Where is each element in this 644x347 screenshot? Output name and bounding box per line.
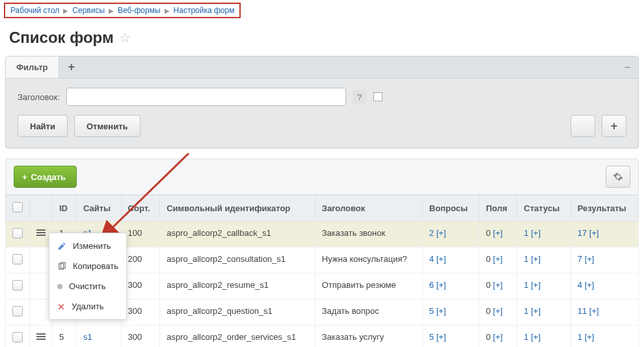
cancel-button[interactable]: Отменить — [74, 115, 141, 137]
add-status-link[interactable]: [+] — [531, 280, 541, 290]
menu-clear[interactable]: Очистить — [49, 276, 126, 296]
crumb-services[interactable]: Сервисы — [72, 6, 105, 15]
menu-edit[interactable]: Изменить — [49, 236, 126, 256]
row-checkbox[interactable] — [12, 280, 23, 290]
results-link[interactable]: 17 — [578, 228, 587, 238]
add-status-link[interactable]: [+] — [531, 332, 541, 342]
menu-clear-label: Очистить — [69, 281, 106, 291]
select-all-checkbox[interactable] — [12, 202, 23, 212]
menu-edit-label: Изменить — [73, 241, 111, 251]
chevron-right-icon: ▶ — [109, 7, 114, 14]
col-statuses[interactable]: Статусы — [517, 196, 570, 222]
tab-filter[interactable]: Фильтр — [6, 57, 59, 78]
cell-questions: 2 [+] — [422, 222, 479, 248]
add-question-link[interactable]: [+] — [436, 254, 446, 264]
cell-sid: aspro_allcorp2_resume_s1 — [160, 274, 315, 300]
create-label: Создать — [31, 172, 66, 182]
add-result-link[interactable]: [+] — [585, 332, 595, 342]
add-question-link[interactable]: [+] — [436, 332, 446, 342]
add-field-link[interactable]: [+] — [493, 228, 503, 238]
menu-copy[interactable]: Копировать — [49, 256, 126, 276]
add-field-link[interactable]: [+] — [493, 332, 503, 342]
add-question-link[interactable]: [+] — [436, 280, 446, 290]
add-field-link[interactable]: [+] — [493, 280, 503, 290]
row-menu-button[interactable] — [36, 228, 46, 237]
questions-link[interactable]: 4 — [429, 254, 434, 264]
col-fields[interactable]: Поля — [479, 196, 517, 222]
results-link[interactable]: 4 — [578, 280, 582, 290]
col-questions[interactable]: Вопросы — [422, 196, 479, 222]
statuses-link[interactable]: 1 — [524, 254, 528, 264]
menu-delete[interactable]: Удалить — [49, 296, 126, 316]
favorite-star-icon[interactable]: ☆ — [119, 30, 131, 45]
grid-settings-button[interactable] — [606, 166, 630, 188]
crumb-webforms[interactable]: Веб-формы — [118, 6, 161, 15]
col-header[interactable]: Заголовок — [315, 196, 422, 222]
cell-sid: aspro_allcorp2_order_services_s1 — [160, 326, 315, 348]
cell-statuses: 1 [+] — [517, 326, 570, 348]
add-question-link[interactable]: [+] — [436, 306, 446, 316]
add-status-link[interactable]: [+] — [531, 254, 541, 264]
breadcrumb: Рабочий стол ▶ Сервисы ▶ Веб-формы ▶ Нас… — [4, 3, 241, 18]
crumb-desktop[interactable]: Рабочий стол — [10, 6, 59, 15]
add-question-link[interactable]: [+] — [436, 228, 446, 238]
filter-tabs: Фильтр + − — [6, 57, 638, 79]
cell-questions: 6 [+] — [422, 274, 479, 300]
table-row: 5s1300aspro_allcorp2_order_services_s1За… — [6, 326, 639, 348]
create-button[interactable]: + Создать — [14, 166, 77, 188]
add-result-link[interactable]: [+] — [585, 280, 595, 290]
filter-title-input[interactable] — [66, 88, 346, 106]
col-id[interactable]: ID — [53, 196, 77, 222]
edit-icon — [57, 242, 66, 251]
statuses-link[interactable]: 1 — [524, 228, 528, 238]
row-checkbox[interactable] — [12, 228, 23, 238]
questions-link[interactable]: 5 — [429, 332, 434, 342]
row-checkbox[interactable] — [12, 254, 23, 264]
col-results[interactable]: Результаты — [570, 196, 638, 222]
collapse-filter-icon[interactable]: − — [624, 62, 630, 73]
statuses-link[interactable]: 1 — [524, 306, 528, 316]
cell-fields: 0 [+] — [479, 326, 517, 348]
cell-fields: 0 [+] — [479, 222, 517, 248]
statuses-link[interactable]: 1 — [524, 332, 528, 342]
col-sites[interactable]: Сайты — [76, 196, 121, 222]
site-link[interactable]: s1 — [83, 332, 92, 342]
help-icon[interactable]: ? — [353, 90, 367, 104]
row-menu-button[interactable] — [36, 332, 46, 341]
cell-results: 1 [+] — [570, 326, 638, 348]
crumb-formsettings[interactable]: Настройка форм — [174, 6, 235, 15]
questions-link[interactable]: 2 — [429, 228, 434, 238]
chevron-right-icon: ▶ — [63, 7, 68, 14]
row-checkbox[interactable] — [12, 306, 23, 316]
add-result-link[interactable]: [+] — [589, 228, 599, 238]
filter-checkbox[interactable] — [373, 92, 382, 101]
results-link[interactable]: 1 — [578, 332, 582, 342]
cell-statuses: 1 [+] — [517, 274, 570, 300]
plus-icon: + — [22, 172, 27, 182]
row-checkbox[interactable] — [12, 332, 23, 342]
questions-link[interactable]: 5 — [429, 306, 434, 316]
add-status-link[interactable]: [+] — [531, 228, 541, 238]
cell-title: Задать вопрос — [315, 300, 422, 326]
filter-title-label: Заголовок: — [18, 92, 60, 102]
cell-sort: 300 — [121, 274, 160, 300]
page-title: Список форм — [9, 29, 114, 47]
cell-id: 5 — [53, 326, 77, 348]
questions-link[interactable]: 6 — [429, 280, 434, 290]
add-result-link[interactable]: [+] — [589, 306, 599, 316]
filter-add-button[interactable]: + — [602, 115, 626, 137]
col-sort[interactable]: Сорт. — [121, 196, 160, 222]
add-field-link[interactable]: [+] — [493, 306, 503, 316]
results-link[interactable]: 11 — [578, 306, 587, 316]
filter-settings-button[interactable] — [570, 115, 595, 137]
cell-title: Отправить резюме — [315, 274, 422, 300]
add-field-link[interactable]: [+] — [493, 254, 503, 264]
add-result-link[interactable]: [+] — [585, 254, 595, 264]
add-filter-tab-button[interactable]: + — [59, 57, 85, 78]
statuses-link[interactable]: 1 — [524, 280, 528, 290]
results-link[interactable]: 7 — [578, 254, 582, 264]
cell-statuses: 1 [+] — [517, 248, 570, 274]
add-status-link[interactable]: [+] — [531, 306, 541, 316]
find-button[interactable]: Найти — [18, 115, 68, 137]
col-sid[interactable]: Символьный идентификатор — [160, 196, 315, 222]
